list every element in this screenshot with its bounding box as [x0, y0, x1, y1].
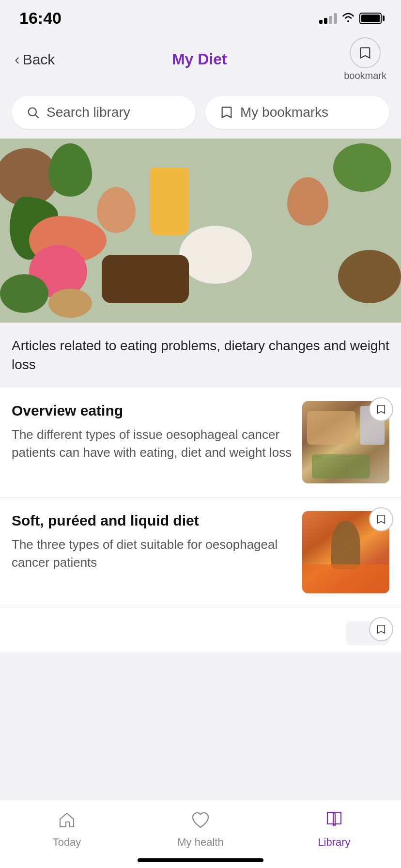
article-title: Overview eating: [12, 401, 293, 420]
search-row: Search library My bookmarks: [0, 91, 401, 139]
my-bookmarks-label: My bookmarks: [240, 105, 328, 120]
article-desc: The different types of issue oesophageal…: [12, 426, 293, 461]
book-icon: [322, 808, 346, 832]
nav-header: ‹ Back My Diet bookmark: [0, 32, 401, 91]
food-green-bowl: [333, 143, 391, 192]
food-egg1: [97, 187, 136, 233]
bookmark-circle: [350, 37, 381, 68]
status-icons: [319, 12, 382, 25]
article-bookmark-button[interactable]: [369, 397, 393, 421]
bookmark-button[interactable]: bookmark: [344, 37, 386, 81]
article-content: Overview eating The different types of i…: [12, 401, 293, 461]
status-time: 16:40: [19, 9, 62, 28]
bottom-navigation: Today My health Library: [0, 800, 401, 868]
svg-line-1: [35, 115, 38, 118]
wifi-icon: [342, 12, 355, 25]
nav-item-library[interactable]: Library: [295, 808, 373, 849]
nav-label-myhealth: My health: [177, 836, 223, 849]
partial-article-card[interactable]: [0, 607, 401, 652]
nav-label-library: Library: [318, 836, 350, 849]
article-bookmark-button[interactable]: [369, 507, 393, 531]
article-content: Soft, puréed and liquid diet The three t…: [12, 511, 293, 571]
article-image-wrap: [302, 511, 389, 593]
back-chevron-icon: ‹: [15, 50, 20, 68]
nav-item-myhealth[interactable]: My health: [162, 808, 239, 849]
page-title: My Diet: [172, 50, 227, 68]
food-walnuts: [338, 250, 401, 303]
section-description-text: Articles related to eating problems, die…: [12, 338, 389, 372]
food-bread: [102, 255, 189, 303]
food-peas: [0, 274, 48, 313]
home-indicator: [138, 858, 263, 862]
home-icon: [55, 808, 79, 832]
food-almonds: [48, 289, 92, 318]
food-cottage-cheese: [179, 226, 252, 284]
bookmark-outline-icon: [220, 106, 233, 119]
article-desc: The three types of diet suitable for oes…: [12, 536, 293, 571]
signal-icon: [319, 13, 337, 24]
svg-point-0: [29, 108, 36, 116]
heart-icon: [188, 808, 213, 832]
nav-label-today: Today: [53, 836, 81, 849]
section-description: Articles related to eating problems, die…: [0, 323, 401, 388]
article-card[interactable]: Overview eating The different types of i…: [0, 388, 401, 497]
back-label: Back: [23, 51, 55, 68]
food-egg2: [287, 177, 328, 226]
partial-bookmark-button[interactable]: [369, 617, 393, 641]
back-button[interactable]: ‹ Back: [15, 50, 55, 68]
nav-item-today[interactable]: Today: [28, 808, 106, 849]
search-library-button[interactable]: Search library: [12, 96, 196, 129]
article-card[interactable]: Soft, puréed and liquid diet The three t…: [0, 497, 401, 607]
articles-container: Overview eating The different types of i…: [0, 388, 401, 652]
bookmark-label: bookmark: [344, 70, 386, 81]
battery-icon: [359, 13, 382, 24]
hero-image: [0, 139, 401, 323]
search-icon: [26, 106, 40, 119]
food-juice: [150, 168, 189, 235]
status-bar: 16:40: [0, 0, 401, 32]
article-image-wrap: [302, 401, 389, 483]
article-title: Soft, puréed and liquid diet: [12, 511, 293, 530]
my-bookmarks-button[interactable]: My bookmarks: [205, 96, 389, 129]
search-library-label: Search library: [46, 105, 130, 120]
